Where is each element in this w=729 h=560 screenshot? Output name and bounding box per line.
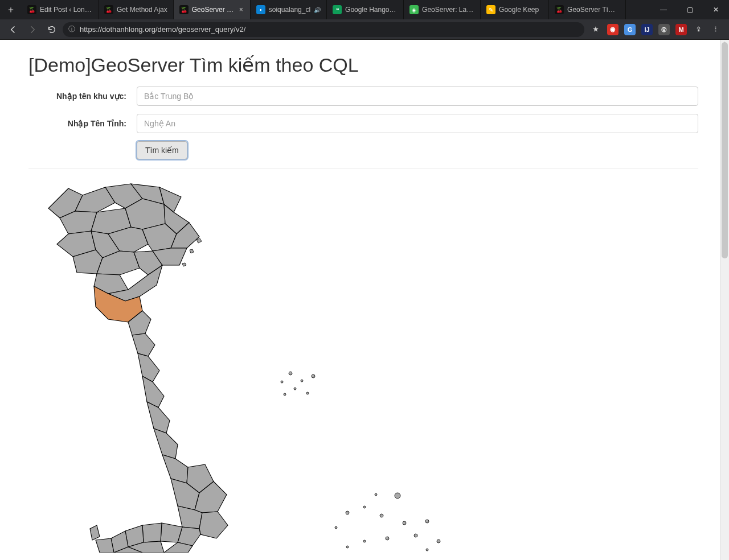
tab-label: GeoServer Tìm ki — [567, 6, 620, 14]
svg-point-20 — [375, 493, 377, 496]
maximize-button[interactable]: ▢ — [677, 0, 703, 19]
window-controls: — ▢ ✕ — [650, 0, 729, 19]
browser-tab[interactable]: ✎Google Keep — [481, 0, 549, 19]
page-content: [Demo]GeoServer Tìm kiếm theo CQL Nhập t… — [0, 40, 720, 560]
svg-point-17 — [437, 540, 440, 543]
browser-tab[interactable]: 🍒Get Method Ajax — [99, 0, 174, 19]
input-area[interactable] — [137, 87, 698, 106]
extension-icon[interactable]: IJ — [641, 24, 653, 35]
url-text: https://dothanhlong.org/demo/geoserver_q… — [80, 25, 245, 34]
titlebar: ＋ 🍒Edit Post ‹ Long's🍒Get Method Ajax🍒Ge… — [0, 0, 729, 19]
tab-label: Google Keep — [499, 6, 543, 14]
svg-point-11 — [403, 521, 406, 525]
divider — [28, 168, 698, 169]
browser-tab[interactable]: ❝Google Hangouts — [327, 0, 404, 19]
paracel-islands — [281, 372, 315, 396]
extension-icon[interactable]: ⇪ — [693, 24, 704, 35]
search-button[interactable]: Tìm kiếm — [137, 141, 187, 159]
svg-point-10 — [395, 493, 400, 499]
browser-tab[interactable]: •soiqualang_cl🔊 — [251, 0, 327, 19]
label-area: Nhập tên khu vực: — [28, 92, 137, 101]
svg-point-4 — [294, 388, 296, 390]
svg-point-19 — [335, 526, 337, 529]
favicon-icon: • — [256, 5, 265, 14]
extension-icon[interactable]: M — [675, 24, 687, 35]
page-title: [Demo]GeoServer Tìm kiếm theo CQL — [28, 53, 698, 76]
tab-label: soiqualang_cl — [269, 6, 310, 14]
browser-tab[interactable]: 🍒GeoServer Tìm ki — [549, 0, 626, 19]
back-button[interactable] — [5, 22, 22, 37]
audio-icon: 🔊 — [314, 7, 321, 13]
favicon-icon: ❝ — [333, 5, 342, 14]
browser-tab[interactable]: 🍒Edit Post ‹ Long's — [22, 0, 99, 19]
svg-point-0 — [289, 372, 292, 375]
address-bar: ⓘ https://dothanhlong.org/demo/geoserver… — [0, 19, 729, 40]
favicon-icon: ◈ — [409, 5, 419, 14]
svg-point-8 — [363, 506, 366, 508]
extension-icon[interactable]: ◎ — [658, 24, 670, 35]
form-row-province: Nhập Tên Tỉnh: — [28, 114, 698, 133]
svg-point-5 — [284, 393, 286, 396]
svg-point-12 — [425, 520, 429, 523]
svg-point-15 — [363, 540, 366, 542]
map-area[interactable] — [28, 177, 698, 541]
favicon-icon: 🍒 — [179, 5, 189, 14]
favicon-icon: ✎ — [486, 5, 495, 14]
close-window-button[interactable]: ✕ — [703, 0, 729, 19]
svg-point-2 — [301, 380, 303, 382]
extension-icon[interactable]: ◉ — [607, 24, 619, 35]
favicon-icon: 🍒 — [27, 5, 36, 14]
browser-tab[interactable]: 🍒GeoServer Tìm× — [174, 0, 251, 19]
url-field[interactable]: ⓘ https://dothanhlong.org/demo/geoserver… — [63, 22, 584, 37]
spratly-islands — [335, 493, 440, 551]
extension-icon[interactable]: ★ — [590, 24, 601, 35]
svg-point-13 — [414, 534, 417, 537]
reload-button[interactable] — [43, 22, 60, 37]
input-province[interactable] — [137, 114, 698, 133]
svg-point-6 — [306, 392, 309, 394]
minimize-button[interactable]: — — [650, 0, 677, 19]
tab-label: GeoServer Tìm — [192, 6, 235, 14]
new-tab-button[interactable]: ＋ — [0, 0, 22, 19]
favicon-icon: 🍒 — [555, 5, 564, 14]
tab-close-icon[interactable]: × — [238, 6, 244, 14]
tab-label: Google Hangouts — [345, 6, 398, 14]
tab-strip: 🍒Edit Post ‹ Long's🍒Get Method Ajax🍒GeoS… — [22, 0, 650, 19]
scroll-thumb[interactable] — [722, 42, 728, 258]
extension-icon[interactable]: G — [624, 24, 636, 35]
svg-point-3 — [312, 374, 315, 378]
svg-point-7 — [346, 511, 349, 514]
extension-icon[interactable]: ⋮ — [710, 24, 721, 35]
tab-label: Get Method Ajax — [117, 6, 167, 14]
site-info-icon: ⓘ — [68, 24, 75, 34]
tab-label: Edit Post ‹ Long's — [40, 6, 92, 14]
label-province: Nhập Tên Tỉnh: — [28, 119, 137, 128]
svg-point-14 — [386, 537, 389, 540]
favicon-icon: 🍒 — [104, 5, 113, 14]
vietnam-map-svg — [28, 177, 461, 553]
extension-icons: ★◉GIJ◎M⇪⋮ — [587, 24, 724, 35]
forward-button[interactable] — [24, 22, 41, 37]
svg-point-18 — [426, 549, 428, 551]
tab-label: GeoServer: Layers — [422, 6, 474, 14]
viewport: [Demo]GeoServer Tìm kiếm theo CQL Nhập t… — [0, 40, 729, 560]
form-row-submit: Tìm kiếm — [28, 141, 698, 159]
svg-point-16 — [346, 546, 349, 548]
svg-point-9 — [380, 514, 383, 517]
vertical-scrollbar[interactable]: ▲ — [720, 40, 729, 560]
svg-point-1 — [281, 381, 283, 383]
browser-tab[interactable]: ◈GeoServer: Layers — [404, 0, 481, 19]
form-row-area: Nhập tên khu vực: — [28, 87, 698, 106]
